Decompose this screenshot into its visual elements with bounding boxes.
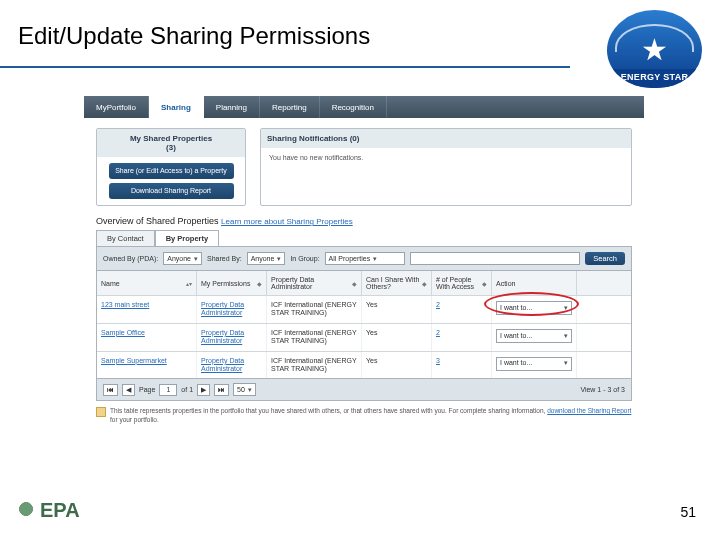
app-screenshot: MyPortfolio Sharing Planning Reporting R… bbox=[84, 96, 644, 476]
first-page-button[interactable]: ⏮ bbox=[103, 384, 118, 396]
filter-bar: Owned By (PDA): Anyone ▾ Shared By: Anyo… bbox=[96, 246, 632, 271]
last-page-button[interactable]: ⏭ bbox=[214, 384, 229, 396]
footnote: This table represents properties in the … bbox=[96, 407, 632, 423]
in-group-select[interactable]: All Properties ▾ bbox=[325, 252, 405, 265]
action-select[interactable]: I want to... ▾ bbox=[496, 329, 572, 343]
pda-cell: ICF International (ENERGY STAR TRAINING) bbox=[267, 324, 362, 351]
page-label: Page bbox=[139, 386, 155, 393]
table-row: Sample Supermarket Property Data Adminis… bbox=[97, 351, 631, 379]
next-page-button[interactable]: ▶ bbox=[197, 384, 210, 396]
my-shared-title: My Shared Properties bbox=[103, 134, 239, 143]
property-link[interactable]: 123 main street bbox=[101, 301, 149, 308]
prev-page-button[interactable]: ◀ bbox=[122, 384, 135, 396]
shared-by-select[interactable]: Anyone ▾ bbox=[247, 252, 286, 265]
tab-sharing[interactable]: Sharing bbox=[149, 96, 204, 118]
tab-reporting[interactable]: Reporting bbox=[260, 96, 320, 118]
download-sharing-report-button[interactable]: Download Sharing Report bbox=[109, 183, 234, 199]
epa-logo: EPA bbox=[18, 499, 80, 522]
in-group-value: All Properties bbox=[329, 255, 371, 262]
col-num-people[interactable]: # of People With Access◆ bbox=[432, 271, 492, 295]
chevron-down-icon: ▾ bbox=[248, 386, 252, 394]
sort-icon: ◆ bbox=[257, 280, 262, 287]
tab-myportfolio[interactable]: MyPortfolio bbox=[84, 96, 149, 118]
notifications-panel: Sharing Notifications (0) You have no ne… bbox=[260, 128, 632, 206]
owned-by-select[interactable]: Anyone ▾ bbox=[163, 252, 202, 265]
col-can-share[interactable]: Can I Share With Others?◆ bbox=[362, 271, 432, 295]
col-pda[interactable]: Property Data Administrator◆ bbox=[267, 271, 362, 295]
in-group-label: In Group: bbox=[290, 255, 319, 262]
energy-star-logo: ★ ENERGY STAR bbox=[607, 10, 702, 88]
learn-more-link[interactable]: Learn more about Sharing Properties bbox=[221, 217, 353, 226]
action-select[interactable]: I want to... ▾ bbox=[496, 357, 572, 371]
epa-text: EPA bbox=[40, 499, 80, 522]
pager-bar: ⏮ ◀ Page 1 of 1 ▶ ⏭ 50 ▾ View 1 - 3 of 3 bbox=[96, 379, 632, 401]
tab-recognition[interactable]: Recognition bbox=[320, 96, 387, 118]
properties-grid: Name▴▾ My Permissions◆ Property Data Adm… bbox=[96, 271, 632, 379]
overview-heading: Overview of Shared Properties Learn more… bbox=[96, 216, 632, 226]
subtab-by-contact[interactable]: By Contact bbox=[96, 230, 155, 246]
shared-by-label: Shared By: bbox=[207, 255, 242, 262]
shared-by-value: Anyone bbox=[251, 255, 275, 262]
property-link[interactable]: Sample Office bbox=[101, 329, 145, 336]
people-count-link[interactable]: 2 bbox=[436, 329, 440, 336]
page-number-input[interactable]: 1 bbox=[159, 384, 177, 396]
of-label: of 1 bbox=[181, 386, 193, 393]
per-page-select[interactable]: 50 ▾ bbox=[233, 383, 256, 396]
search-input[interactable] bbox=[410, 252, 581, 265]
table-row: 123 main street Property Data Administra… bbox=[97, 295, 631, 323]
col-action: Action bbox=[492, 271, 577, 295]
chevron-down-icon: ▾ bbox=[564, 304, 568, 312]
sort-icon: ◆ bbox=[352, 280, 357, 287]
footnote-text-b: for your portfolio. bbox=[110, 416, 159, 423]
table-row: Sample Office Property Data Administrato… bbox=[97, 323, 631, 351]
property-link[interactable]: Sample Supermarket bbox=[101, 357, 167, 364]
chevron-down-icon: ▾ bbox=[564, 332, 568, 340]
action-value: I want to... bbox=[500, 304, 532, 312]
permission-link[interactable]: Property Data Administrator bbox=[201, 329, 244, 344]
col-name[interactable]: Name▴▾ bbox=[97, 271, 197, 295]
notifications-body: You have no new notifications. bbox=[261, 148, 631, 167]
can-share-cell: Yes bbox=[362, 296, 432, 323]
sort-icon: ◆ bbox=[422, 280, 427, 287]
subtab-by-property[interactable]: By Property bbox=[155, 230, 220, 246]
col-my-permissions[interactable]: My Permissions◆ bbox=[197, 271, 267, 295]
can-share-cell: Yes bbox=[362, 324, 432, 351]
permission-link[interactable]: Property Data Administrator bbox=[201, 357, 244, 372]
my-shared-count: (3) bbox=[103, 143, 239, 152]
main-tabs: MyPortfolio Sharing Planning Reporting R… bbox=[84, 96, 644, 118]
slide-title: Edit/Update Sharing Permissions bbox=[18, 22, 370, 50]
people-count-link[interactable]: 3 bbox=[436, 357, 440, 364]
swoosh-icon bbox=[615, 24, 694, 52]
action-value: I want to... bbox=[500, 332, 532, 340]
chevron-down-icon: ▾ bbox=[277, 255, 281, 263]
chevron-down-icon: ▾ bbox=[373, 255, 377, 263]
per-page-value: 50 bbox=[237, 386, 245, 393]
permission-link[interactable]: Property Data Administrator bbox=[201, 301, 244, 316]
download-report-link[interactable]: download the Sharing Report bbox=[547, 407, 631, 414]
owned-by-label: Owned By (PDA): bbox=[103, 255, 158, 262]
notifications-header: Sharing Notifications (0) bbox=[261, 129, 631, 148]
tab-planning[interactable]: Planning bbox=[204, 96, 260, 118]
my-shared-panel: My Shared Properties (3) Share (or Edit … bbox=[96, 128, 246, 206]
share-edit-access-button[interactable]: Share (or Edit Access to) a Property bbox=[109, 163, 234, 179]
grid-header-row: Name▴▾ My Permissions◆ Property Data Adm… bbox=[97, 271, 631, 295]
epa-flower-icon bbox=[18, 501, 38, 521]
chevron-down-icon: ▾ bbox=[564, 359, 568, 367]
my-shared-header: My Shared Properties (3) bbox=[97, 129, 245, 157]
sort-icon: ▴▾ bbox=[186, 280, 192, 287]
search-button[interactable]: Search bbox=[585, 252, 625, 265]
footnote-text-a: This table represents properties in the … bbox=[110, 407, 547, 414]
pda-cell: ICF International (ENERGY STAR TRAINING) bbox=[267, 296, 362, 323]
action-value: I want to... bbox=[500, 359, 532, 367]
people-count-link[interactable]: 2 bbox=[436, 301, 440, 308]
sort-icon: ◆ bbox=[482, 280, 487, 287]
pda-cell: ICF International (ENERGY STAR TRAINING) bbox=[267, 352, 362, 379]
can-share-cell: Yes bbox=[362, 352, 432, 379]
action-select[interactable]: I want to... ▾ bbox=[496, 301, 572, 315]
owned-by-value: Anyone bbox=[167, 255, 191, 262]
energy-star-text: ENERGY STAR bbox=[607, 69, 702, 88]
info-icon bbox=[96, 407, 106, 417]
chevron-down-icon: ▾ bbox=[194, 255, 198, 263]
overview-label: Overview of Shared Properties bbox=[96, 216, 219, 226]
slide-page-number: 51 bbox=[680, 504, 696, 520]
